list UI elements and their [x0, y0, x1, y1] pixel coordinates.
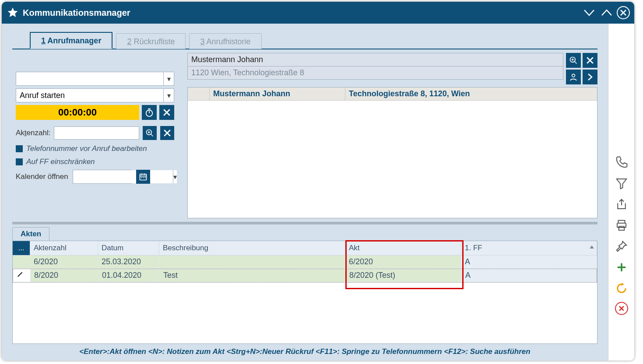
cell-datum: 25.03.2020 [98, 256, 159, 269]
sort-asc-icon [590, 245, 594, 248]
chevron-down-icon[interactable]: ▾ [163, 72, 174, 85]
svg-point-2 [572, 74, 575, 77]
tab-akten[interactable]: Akten [12, 227, 49, 241]
contact-name-field[interactable]: Mustermann Johann [187, 53, 563, 66]
action-combo[interactable]: ▾ [16, 88, 174, 102]
svg-rect-11 [618, 227, 624, 231]
cell-datum: 01.04.2020 [98, 269, 160, 282]
clear-aktenzahl-button[interactable] [160, 126, 174, 140]
cancel-icon[interactable] [615, 302, 628, 315]
col-datum[interactable]: Datum [98, 241, 159, 256]
contact-result-grid[interactable]: Mustermann Johann Technologiestraße 8, 1… [187, 87, 597, 218]
contact-panel: Mustermann Johann 1120 Wien, Technologie… [187, 53, 597, 218]
cell-aktenzahl: 6/2020 [30, 256, 98, 269]
add-icon[interactable] [614, 260, 629, 275]
tab-rueckrufliste[interactable]: 2 Rückrufliste [116, 33, 186, 49]
row-edit-cell[interactable] [13, 269, 31, 282]
chevron-down-icon[interactable]: ▾ [163, 89, 174, 102]
chevron-down-icon[interactable]: ▾ [173, 170, 177, 183]
call-timer: 00:00:00 [16, 105, 139, 120]
grid-col-name[interactable]: Mustermann Johann [210, 88, 345, 100]
table-row[interactable]: 8/2020 01.04.2020 Test 8/2020 (Test) A [13, 269, 597, 283]
cell-akt: 6/2020 [345, 256, 461, 269]
svg-rect-5 [140, 174, 146, 180]
keyboard-hint: <Enter>:Akt öffnen <N>: Notizen zum Akt … [2, 344, 608, 360]
tab-anrufhistorie[interactable]: 3 Anrufhistorie [189, 33, 261, 49]
contact-combo-input[interactable] [16, 72, 163, 85]
aktenzahl-input[interactable] [54, 126, 139, 140]
search-contact-button[interactable] [566, 53, 581, 68]
next-contact-button[interactable] [583, 70, 597, 84]
cell-ff: A [461, 256, 597, 269]
svg-rect-8 [144, 177, 146, 178]
aktenzahl-label: Aktenzahl: [16, 129, 50, 137]
window-title: Kommunikationsmanager [23, 8, 130, 18]
pencil-icon [17, 271, 24, 278]
person-button[interactable] [566, 70, 581, 84]
grid-col-blank[interactable] [188, 88, 210, 100]
refresh-icon[interactable] [614, 281, 629, 296]
pin-icon[interactable] [614, 239, 629, 254]
row-edit-cell [13, 256, 30, 269]
col-aktenzahl[interactable]: Aktenzahl [30, 241, 98, 256]
right-toolbar [608, 24, 634, 360]
col-akt[interactable]: Akt [345, 241, 461, 256]
cell-beschreibung [159, 256, 345, 269]
cell-beschreibung: Test [160, 269, 346, 282]
edit-phone-checkbox[interactable] [16, 145, 23, 152]
grid-col-addr[interactable]: Technologiestraße 8, 1120, Wien [345, 88, 597, 100]
tab-anrufmanager[interactable]: 1 Anrufmanager [30, 32, 112, 49]
close-button[interactable] [617, 6, 630, 19]
phone-icon[interactable] [614, 155, 629, 170]
cell-aktenzahl: 8/2020 [31, 269, 98, 282]
calendar-combo[interactable]: ▾ [73, 170, 132, 184]
maximize-button[interactable] [599, 5, 614, 20]
export-icon[interactable] [614, 197, 629, 212]
search-aktenzahl-button[interactable] [143, 126, 157, 140]
cell-ff: A [462, 269, 597, 282]
calendar-combo-input[interactable] [73, 170, 173, 183]
col-beschreibung[interactable]: Beschreibung [159, 241, 345, 256]
clear-contact-button[interactable] [583, 53, 597, 68]
stopwatch-button[interactable] [142, 105, 157, 120]
svg-rect-7 [143, 177, 144, 178]
star-icon[interactable] [6, 6, 19, 19]
print-icon[interactable] [614, 218, 629, 233]
restrict-ff-checkbox[interactable] [16, 158, 23, 165]
minimize-button[interactable] [582, 5, 597, 20]
contact-combo[interactable]: ▾ [16, 72, 174, 86]
titlebar: Kommunikationsmanager [2, 2, 634, 24]
funnel-icon[interactable] [614, 176, 629, 191]
table-row[interactable]: 6/2020 25.03.2020 6/2020 A [13, 256, 597, 269]
akten-grid[interactable]: ... Aktenzahl Datum Beschreibung Akt 1. … [12, 241, 597, 344]
restrict-ff-label: Auf FF einschränken [26, 158, 95, 166]
contact-address-field: 1120 Wien, Technologiestraße 8 [187, 66, 563, 80]
calendar-label: Kalender öffnen [16, 172, 68, 181]
action-combo-input[interactable] [16, 89, 163, 102]
col-ff[interactable]: 1. FF [461, 241, 597, 256]
edit-phone-label: Telefonnummer vor Anruf bearbeiten [26, 144, 147, 153]
svg-rect-6 [141, 177, 142, 178]
cell-akt: 8/2020 (Test) [346, 269, 462, 282]
main-tabs: 1 Anrufmanager 2 Rückrufliste 3 Anrufhis… [12, 24, 597, 49]
open-calendar-button[interactable] [136, 170, 150, 184]
clear-timer-button[interactable] [159, 105, 174, 120]
grid-menu-button[interactable]: ... [13, 241, 30, 256]
